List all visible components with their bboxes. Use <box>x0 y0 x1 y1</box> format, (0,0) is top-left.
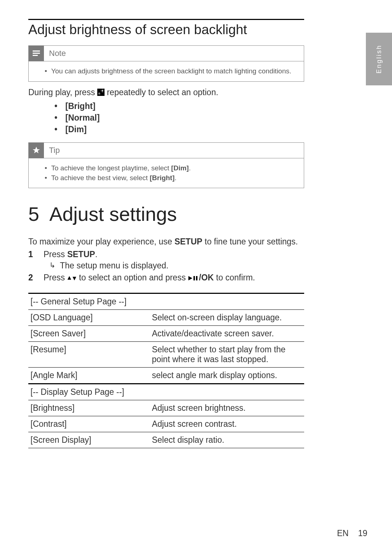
table-row: [Angle Mark]select angle mark display op… <box>28 368 304 384</box>
up-down-arrows-icon <box>67 274 77 283</box>
language-tab-label: English <box>375 44 383 73</box>
table-row: [-- General Setup Page --] <box>28 293 304 310</box>
tip-icon <box>29 143 44 158</box>
option-dim: [Dim] <box>54 123 304 135</box>
play-pause-icon <box>188 274 199 283</box>
svg-rect-2 <box>33 55 38 56</box>
step-2-body: Press to select an option and press /OK … <box>44 273 304 283</box>
table-item-value: Select display ratio. <box>150 432 304 448</box>
tip-callout: Tip To achieve the longest playtime, sel… <box>28 142 304 188</box>
table-row: [Brightness]Adjust screen brightness. <box>28 400 304 416</box>
tip-body: To achieve the longest playtime, select … <box>29 158 304 188</box>
note-body: You can adjusts brightness of the screen… <box>29 61 304 81</box>
step-2-number: 2 <box>28 273 36 283</box>
table-item-value: Adjust screen brightness. <box>150 400 304 416</box>
table-item-key: [OSD Language] <box>28 310 150 326</box>
table-item-key: [Resume] <box>28 342 150 368</box>
table-section-header: [-- Display Setup Page --] <box>28 384 304 400</box>
step-1-result: ↳ The setup menu is displayed. <box>49 261 304 271</box>
svg-marker-10 <box>68 276 71 280</box>
table-item-value: select angle mark display options. <box>150 368 304 384</box>
table-row: [-- Display Setup Page --] <box>28 384 304 400</box>
svg-rect-1 <box>33 53 40 54</box>
result-arrow-icon: ↳ <box>49 261 56 271</box>
step-1-number: 1 <box>28 250 36 271</box>
footer-lang: EN <box>337 528 348 538</box>
table-item-key: [Contrast] <box>28 416 150 432</box>
note-icon <box>29 46 44 61</box>
note-callout: Note You can adjusts brightness of the s… <box>28 45 304 82</box>
option-normal: [Normal] <box>54 112 304 123</box>
svg-marker-12 <box>188 276 192 280</box>
svg-point-4 <box>102 90 103 92</box>
note-header: Note <box>29 46 304 61</box>
setup-table: [-- General Setup Page --][OSD Language]… <box>28 293 304 448</box>
note-title: Note <box>49 49 66 58</box>
language-tab: English <box>366 33 392 85</box>
brightness-options: [Bright] [Normal] [Dim] <box>54 100 304 135</box>
svg-rect-13 <box>193 276 195 280</box>
section-title-brightness: Adjust brightness of screen backlight <box>28 22 304 37</box>
table-item-key: [Screen Saver] <box>28 326 150 342</box>
instruction-suffix: repeatedly to select an option. <box>107 88 218 97</box>
table-item-key: [Screen Display] <box>28 432 150 448</box>
step-1: 1 Press SETUP. ↳ The setup menu is displ… <box>28 250 304 271</box>
tip-header: Tip <box>29 143 304 158</box>
tip-item-1: To achieve the longest playtime, select … <box>45 163 297 173</box>
brightness-button-icon: B <box>97 88 105 99</box>
page-footer: EN 19 <box>337 528 367 538</box>
table-row: [OSD Language]Select on-screen display l… <box>28 310 304 326</box>
tip-item-2: To achieve the best view, select [Bright… <box>45 173 297 183</box>
table-row: [Screen Display]Select display ratio. <box>28 432 304 448</box>
instruction-prefix: During play, press <box>28 88 97 97</box>
table-item-key: [Brightness] <box>28 400 150 416</box>
table-item-value: Select whether to start play from the po… <box>150 342 304 368</box>
tip-title: Tip <box>49 146 60 155</box>
svg-rect-14 <box>196 276 197 280</box>
table-row: [Contrast]Adjust screen contrast. <box>28 416 304 432</box>
option-bright: [Bright] <box>54 100 304 112</box>
svg-marker-11 <box>73 277 76 280</box>
chapter-heading: 5 Adjust settings <box>28 203 304 225</box>
chapter-intro: To maximize your play experience, use SE… <box>28 236 304 247</box>
svg-rect-0 <box>33 50 40 52</box>
table-section-header: [-- General Setup Page --] <box>28 293 304 310</box>
table-row: [Screen Saver]Activate/deactivate screen… <box>28 326 304 342</box>
table-row: [Resume]Select whether to start play fro… <box>28 342 304 368</box>
table-item-key: [Angle Mark] <box>28 368 150 384</box>
footer-page: 19 <box>358 528 367 538</box>
table-item-value: Select on-screen display language. <box>150 310 304 326</box>
section-rule <box>28 19 304 20</box>
brightness-instruction: During play, press B repeatedly to selec… <box>28 87 304 99</box>
note-item: You can adjusts brightness of the screen… <box>45 66 297 76</box>
table-item-value: Activate/deactivate screen saver. <box>150 326 304 342</box>
chapter-title: Adjust settings <box>49 203 177 225</box>
step-2: 2 Press to select an option and press /O… <box>28 273 304 283</box>
table-item-value: Adjust screen contrast. <box>150 416 304 432</box>
chapter-number: 5 <box>28 203 39 225</box>
step-1-body: Press SETUP. ↳ The setup menu is display… <box>44 250 304 271</box>
svg-text:B: B <box>98 92 100 95</box>
